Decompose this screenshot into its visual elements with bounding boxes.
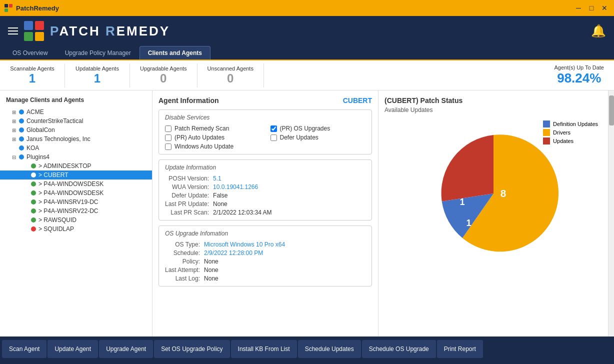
dot-srv19: [31, 200, 36, 204]
schedule-value: 2/9/2022 12:28:00 PM: [204, 250, 366, 256]
checkbox-pr-scan-input[interactable]: [165, 126, 172, 132]
last-attempt-value: None: [204, 266, 366, 274]
tree-item-globalcon[interactable]: ⊞ GlobalCon: [0, 126, 152, 134]
available-updates-label: Available Updates: [384, 106, 602, 114]
notification-icon[interactable]: 🔔: [591, 24, 606, 38]
wua-version-label: WUA Version:: [165, 184, 209, 190]
tree-item-admindesktop[interactable]: ⊞ > ADMINDESKTOP: [0, 162, 152, 170]
dot-srv22: [31, 208, 36, 214]
scan-agent-button[interactable]: Scan Agent: [2, 340, 46, 358]
checkbox-win-auto-update-input[interactable]: [165, 144, 172, 150]
label-janus: Janus Technologies, Inc: [26, 136, 90, 142]
tree-item-cubert[interactable]: ⊞ > CUBERT: [0, 170, 152, 180]
tree-item-p4a-win2[interactable]: ⊞ > P4A-WINDOWSDESK: [0, 188, 152, 198]
minimize-button[interactable]: ─: [573, 2, 584, 14]
os-upgrade-section: OS Upgrade Infomation OS Type: Microsoft…: [158, 226, 372, 286]
logo-text: PATCH REMEDY: [50, 24, 170, 38]
maximize-button[interactable]: □: [586, 2, 597, 14]
svg-rect-7: [35, 32, 44, 41]
dot-gc: [19, 128, 24, 132]
checkbox-pr-auto-updates[interactable]: (PR) Auto Updates: [165, 134, 260, 141]
scannable-label: Scannable Agents: [10, 66, 54, 72]
agent-name-display: CUBERT: [343, 96, 372, 104]
legend-updates: Updates: [543, 138, 598, 144]
uptodate-stat: Agent(s) Up To Date 98.24%: [544, 62, 614, 88]
checkbox-defer-updates[interactable]: Defer Updates: [270, 134, 366, 141]
label-srv19: > P4A-WINSRV19-DC: [38, 198, 98, 206]
checkbox-win-auto-update-label: Windows Auto Update: [174, 143, 234, 150]
agent-header: Agent Information CUBERT: [158, 96, 372, 104]
checkbox-pr-scan[interactable]: Patch Remedy Scan: [165, 125, 260, 132]
checkbox-pr-auto-updates-input[interactable]: [165, 134, 172, 141]
tree-item-rawsquid[interactable]: ⊞ > RAWSQUID: [0, 216, 152, 224]
tab-clients-agents[interactable]: Clients and Agents: [140, 46, 210, 60]
tree-item-squidlap[interactable]: ⊞ > SQUIDLAP: [0, 224, 152, 234]
checkbox-defer-updates-input[interactable]: [270, 134, 277, 141]
tab-upgrade-policy[interactable]: Upgrade Policy Manager: [56, 46, 140, 60]
hamburger-menu[interactable]: [8, 28, 18, 34]
dot-koa: [19, 146, 24, 150]
last-log-value: None: [204, 275, 366, 282]
agent-info-panel: Agent Information CUBERT Disable Service…: [152, 90, 378, 336]
expand-icon-gc: ⊞: [12, 128, 19, 133]
uptodate-label: Agent(s) Up To Date: [554, 64, 604, 70]
tree-item-winsrv19[interactable]: ⊞ > P4A-WINSRV19-DC: [0, 198, 152, 206]
install-kb-button[interactable]: Install KB From List: [231, 340, 297, 358]
schedule-os-upgrade-button[interactable]: Schedule OS Upgrade: [362, 340, 436, 358]
svg-rect-3: [9, 8, 12, 12]
svg-rect-2: [4, 8, 8, 12]
print-report-button[interactable]: Print Report: [437, 340, 483, 358]
tree-item-counterstrike[interactable]: ⊞ CounterStrikeTactical: [0, 116, 152, 126]
upgrade-agent-button[interactable]: Upgrade Agent: [99, 340, 153, 358]
last-log-label: Last Log:: [165, 275, 200, 282]
schedule-label: Schedule:: [165, 250, 200, 256]
dot-plugins4: [19, 154, 24, 160]
tree-item-janus[interactable]: ⊞ Janus Technologies, Inc: [0, 134, 152, 144]
chart-legend: Definition Updates Drivers Updates: [543, 120, 598, 146]
update-agent-button[interactable]: Update Agent: [48, 340, 98, 358]
uptodate-value: 98.24%: [557, 70, 601, 86]
dot-acme: [19, 110, 24, 114]
tree-item-acme[interactable]: ⊞ ACME: [0, 108, 152, 116]
tree-item-plugins4[interactable]: ⊟ Plugins4: [0, 152, 152, 162]
legend-label-drivers: Drivers: [553, 130, 570, 136]
tree-item-koa[interactable]: ⊞ KOA: [0, 144, 152, 152]
tree-item-p4a-win1[interactable]: ⊞ > P4A-WINDOWSDESK: [0, 180, 152, 188]
expand-icon-plugins4: ⊟: [12, 154, 19, 160]
legend-drivers: Drivers: [543, 129, 598, 136]
patch-status-panel: (CUBERT) Patch Status Available Updates …: [378, 90, 608, 336]
svg-rect-4: [24, 21, 33, 30]
disable-services-title: Disable Services: [165, 114, 366, 121]
os-type-label: OS Type:: [165, 241, 200, 248]
policy-value: None: [204, 258, 366, 265]
svg-rect-0: [4, 4, 8, 8]
tree-item-winsrv22[interactable]: ⊞ > P4A-WINSRV22-DC: [0, 206, 152, 216]
updatable-label: Updatable Agents: [76, 66, 119, 72]
unscanned-agents-stat: Unscanned Agents 0: [198, 64, 264, 88]
dot-janus: [19, 136, 24, 142]
checkbox-pr-os-upgrades-input[interactable]: [270, 126, 277, 132]
pie-chart: 8 1 1: [428, 128, 558, 258]
dot-rawsquid: [31, 218, 36, 222]
tab-os-overview[interactable]: OS Overview: [4, 46, 56, 60]
scroll-thumb[interactable]: [609, 96, 614, 126]
bottom-toolbar: Scan Agent Update Agent Upgrade Agent Se…: [0, 336, 614, 362]
checkbox-win-auto-update[interactable]: Windows Auto Update: [165, 143, 260, 150]
logo-icon: [23, 20, 45, 42]
checkbox-pr-auto-updates-label: (PR) Auto Updates: [174, 134, 224, 141]
os-upgrade-title: OS Upgrade Infomation: [165, 230, 366, 237]
pie-label-drivers: 8: [500, 188, 506, 199]
updatable-agents-stat: Updatable Agents 1: [65, 64, 130, 88]
close-button[interactable]: ✕: [599, 2, 610, 14]
label-koa: KOA: [26, 144, 39, 152]
legend-color-def: [543, 120, 550, 128]
label-gc: GlobalCon: [26, 126, 55, 134]
legend-label-updates: Updates: [553, 138, 574, 144]
schedule-updates-button[interactable]: Schedule Updates: [298, 340, 361, 358]
set-os-policy-button[interactable]: Set OS Upgrade Policy: [154, 340, 230, 358]
checkbox-pr-os-upgrades-label: (PR) OS Upgrades: [280, 125, 330, 132]
nav-tabs: OS Overview Upgrade Policy Manager Clien…: [0, 46, 614, 60]
upgradable-value: 0: [160, 72, 166, 86]
checkbox-pr-os-upgrades[interactable]: (PR) OS Upgrades: [270, 125, 366, 132]
scrollbar[interactable]: [608, 90, 614, 336]
